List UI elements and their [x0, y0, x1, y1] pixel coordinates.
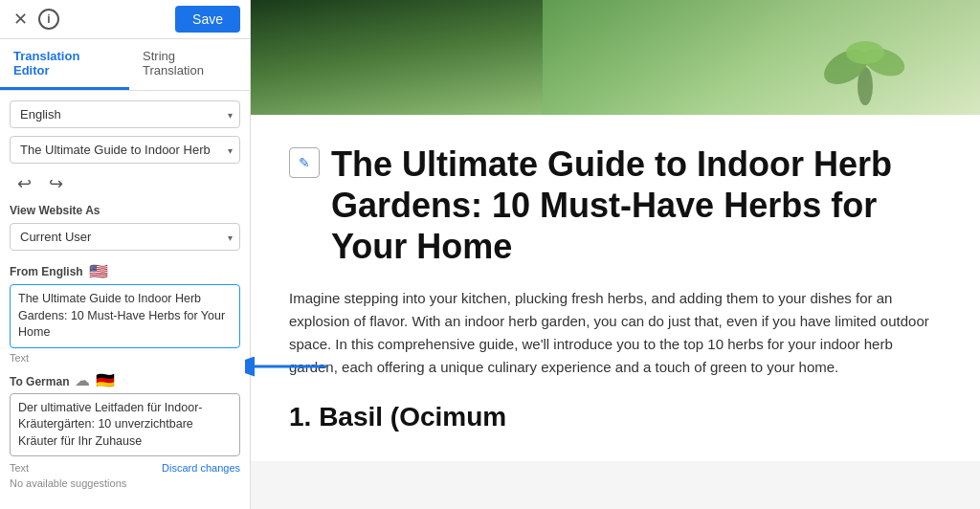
back-arrow-button[interactable]: ↩: [13, 171, 35, 196]
from-flag: 🇺🇸: [89, 262, 108, 280]
to-german-header: To German ☁ 🇩🇪: [10, 371, 240, 389]
hero-image: [251, 0, 980, 115]
from-english-section: From English 🇺🇸 Text: [10, 258, 240, 364]
section-heading: 1. Basil (Ocimum: [289, 402, 942, 432]
info-icon: i: [47, 12, 50, 26]
view-as-select[interactable]: Current User: [10, 223, 240, 251]
content-area: ✎ The Ultimate Guide to Indoor Herb Gard…: [251, 115, 980, 461]
discard-changes-link[interactable]: Discard changes: [162, 462, 240, 474]
to-german-textarea[interactable]: [10, 393, 240, 457]
article-body: Imagine stepping into your kitchen, pluc…: [289, 287, 942, 379]
right-panel: ✎ The Ultimate Guide to Indoor Herb Gard…: [251, 0, 980, 509]
suggestions-label: No available suggestions: [10, 477, 240, 489]
discard-row: Text Discard changes: [10, 462, 240, 474]
article-title-container: ✎ The Ultimate Guide to Indoor Herb Gard…: [289, 144, 942, 268]
left-panel: ✕ i Save Translation Editor String Trans…: [0, 0, 251, 509]
to-german-section: To German ☁ 🇩🇪 Text Discard changes No a…: [10, 371, 240, 490]
tab-translation-editor[interactable]: Translation Editor: [0, 39, 129, 90]
from-english-textarea[interactable]: [10, 284, 240, 348]
pencil-icon: ✎: [299, 155, 310, 170]
from-field-type: Text: [10, 352, 240, 364]
panel-body: English ▾ The Ultimate Guide to Indoor H…: [0, 91, 250, 509]
svg-point-5: [846, 41, 884, 64]
string-select[interactable]: The Ultimate Guide to Indoor Herb Garden…: [10, 136, 240, 164]
language-select[interactable]: English: [10, 100, 240, 128]
forward-arrow-button[interactable]: ↪: [45, 171, 67, 196]
to-flag: 🇩🇪: [96, 371, 115, 389]
tab-string-translation[interactable]: String Translation: [129, 39, 250, 90]
view-website-as-label: View Website As: [10, 204, 240, 217]
top-bar: ✕ i Save: [0, 0, 250, 39]
from-english-label: From English 🇺🇸: [10, 262, 240, 280]
close-icon: ✕: [13, 9, 28, 30]
view-website-as-section: View Website As Current User ▾: [10, 204, 240, 251]
to-field-type: Text: [10, 462, 29, 474]
arrow-pointer: [245, 352, 331, 385]
ai-icon: ☁: [75, 371, 90, 389]
info-button[interactable]: i: [38, 9, 59, 30]
edit-title-button[interactable]: ✎: [289, 147, 320, 178]
nav-arrows: ↩ ↪: [10, 171, 240, 196]
tabs-bar: Translation Editor String Translation: [0, 39, 250, 91]
language-select-wrapper[interactable]: English ▾: [10, 100, 240, 128]
to-german-label: To German: [10, 375, 69, 388]
save-button[interactable]: Save: [175, 6, 240, 33]
string-select-wrapper[interactable]: The Ultimate Guide to Indoor Herb Garden…: [10, 136, 240, 164]
close-button[interactable]: ✕: [10, 9, 31, 30]
view-as-select-wrapper[interactable]: Current User ▾: [10, 223, 240, 251]
article-title: The Ultimate Guide to Indoor Herb Garden…: [331, 144, 942, 268]
